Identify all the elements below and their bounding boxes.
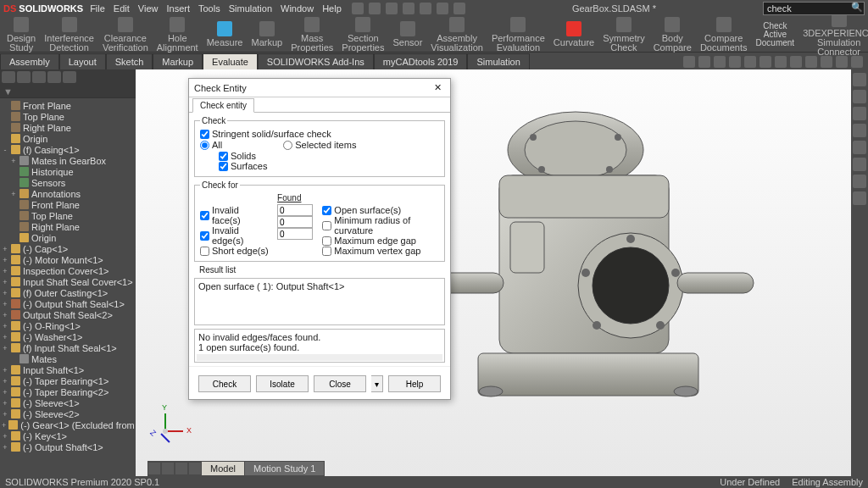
ribbon-section[interactable]: SectionProperties [338, 17, 387, 53]
options-icon[interactable] [453, 3, 465, 14]
tree-node[interactable]: +(-) Output Shaft Seal<1> [0, 298, 136, 309]
hut-icon-10[interactable] [836, 56, 848, 68]
search-input[interactable] [763, 2, 865, 15]
open-surfaces-checkbox[interactable]: Open surface(s) [322, 205, 439, 215]
fm-filter[interactable]: ▼ [0, 85, 136, 98]
hut-icon-11[interactable] [851, 56, 863, 68]
check-button[interactable]: Check [198, 375, 251, 392]
model-tab-motion-study-1[interactable]: Motion Study 1 [245, 462, 325, 475]
tab-sketch[interactable]: Sketch [106, 53, 153, 69]
tree-node[interactable]: +(-) Motor Mount<1> [0, 254, 136, 265]
tree-node[interactable]: +(-) Sleeve<2> [0, 408, 136, 419]
expand-icon[interactable]: + [2, 366, 8, 374]
tree-node[interactable]: +(-) Washer<1> [0, 331, 136, 342]
tree-node[interactable]: Right Plane [0, 221, 136, 232]
expand-icon[interactable]: + [2, 410, 8, 419]
hut-icon-8[interactable] [805, 56, 817, 68]
hut-icon-1[interactable] [698, 56, 710, 68]
undo-icon[interactable] [420, 3, 431, 14]
hut-icon-2[interactable] [714, 56, 726, 68]
tree-node[interactable]: Sensors [0, 177, 136, 188]
tree-node[interactable]: +Mates in GearBox [0, 155, 136, 166]
help-button[interactable]: Help [388, 375, 441, 392]
close-icon[interactable]: ✕ [431, 82, 445, 93]
tab-simulation[interactable]: Simulation [467, 53, 529, 69]
expand-icon[interactable]: + [2, 443, 8, 452]
tree-node[interactable]: Front Plane [0, 199, 136, 210]
ribbon-interference[interactable]: InterferenceDetection [41, 17, 97, 53]
fm-tab-property-icon[interactable] [17, 71, 31, 83]
expand-icon[interactable]: - [2, 146, 8, 154]
tree-node[interactable]: +Annotations [0, 188, 136, 199]
expand-icon[interactable]: + [2, 377, 8, 385]
tab-layout[interactable]: Layout [59, 53, 106, 69]
ribbon-symmetry[interactable]: SymmetryCheck [599, 17, 648, 53]
expand-icon[interactable]: + [10, 190, 17, 198]
tree-node[interactable]: +(-) Gear<1> (Excluded from BOM [0, 419, 136, 430]
ribbon-design-study[interactable]: Design Study [3, 17, 39, 53]
mt-prev-icon[interactable] [162, 463, 174, 474]
expand-icon[interactable]: + [2, 267, 8, 275]
hut-icon-5[interactable] [760, 56, 771, 68]
expand-icon[interactable]: + [10, 157, 17, 165]
tree-node[interactable]: +(-) Cap<1> [0, 243, 136, 254]
expand-icon[interactable]: + [2, 278, 8, 286]
tp-resources-icon[interactable] [853, 90, 866, 103]
redo-icon[interactable] [437, 3, 448, 14]
fm-tab-display-icon[interactable] [47, 71, 61, 83]
tp-home-icon[interactable] [853, 73, 866, 86]
hut-icon-3[interactable] [729, 56, 741, 68]
dialog-titlebar[interactable]: Check Entity ✕ [189, 79, 450, 97]
ribbon-compare[interactable]: CompareDocuments [697, 17, 751, 53]
ribbon-performance[interactable]: PerformanceEvaluation [488, 17, 548, 53]
invalid-edges-checkbox[interactable]: Invalid edge(s) [200, 225, 269, 246]
ribbon-curvature[interactable]: Curvature [550, 21, 598, 47]
hut-icon-7[interactable] [790, 56, 802, 68]
tree-node[interactable]: +(f) Outer Casting<1> [0, 287, 136, 298]
tree-node[interactable]: +(-) O-Ring<1> [0, 320, 136, 331]
new-icon[interactable] [352, 3, 364, 14]
ribbon-measure[interactable]: Measure [203, 21, 247, 47]
tree-node[interactable]: -(f) Casing<1> [0, 144, 136, 155]
hut-icon-9[interactable] [821, 56, 832, 68]
tree-node[interactable]: Origin [0, 232, 136, 243]
expand-icon[interactable]: + [2, 432, 8, 441]
mt-last-icon[interactable] [189, 463, 201, 474]
menu-edit[interactable]: Edit [114, 3, 130, 14]
expand-icon[interactable]: + [2, 289, 8, 297]
save-icon[interactable] [386, 3, 398, 14]
fm-tab-config-icon[interactable] [32, 71, 46, 83]
menu-simulation[interactable]: Simulation [229, 3, 272, 14]
result-list[interactable]: Open surface ( 1): Output Shaft<1> [194, 278, 445, 325]
tree-node[interactable]: +(-) Output Shaft<1> [0, 441, 136, 452]
ribbon-assembly[interactable]: AssemblyVisualization [427, 17, 487, 53]
max-edge-gap-checkbox[interactable]: Maximum edge gap [322, 236, 439, 246]
tree-node[interactable]: +(-) Taper Bearing<1> [0, 375, 136, 386]
tree-node[interactable]: +(-) Sleeve<1> [0, 397, 136, 408]
tab-markup[interactable]: Markup [153, 53, 203, 69]
solids-checkbox[interactable]: Solids [219, 151, 439, 161]
mt-first-icon[interactable] [148, 463, 160, 474]
tp-explorer-icon[interactable] [853, 124, 866, 137]
tp-appearance-icon[interactable] [853, 158, 866, 171]
tab-assembly[interactable]: Assembly [0, 53, 59, 69]
ribbon-check-active-document[interactable]: Check Active Document [753, 22, 798, 47]
close-button[interactable]: Close [314, 375, 366, 392]
tab-mycadtools-2019[interactable]: myCADtools 2019 [374, 53, 468, 69]
tree-node[interactable]: +Inspection Cover<1> [0, 265, 136, 276]
expand-icon[interactable]: + [2, 344, 8, 352]
tp-custom-icon[interactable] [853, 175, 866, 188]
expand-icon[interactable]: + [2, 333, 8, 341]
tree-node[interactable]: +(f) Input Shaft Seal<1> [0, 342, 136, 353]
open-icon[interactable] [369, 3, 381, 14]
min-radius-checkbox[interactable]: Minimum radius of curvature [322, 215, 439, 236]
tree-node[interactable]: +(-) Taper Bearing<2> [0, 386, 136, 397]
tree-node[interactable]: +Input Shaft<1> [0, 364, 136, 375]
msg-scrollbar[interactable] [197, 354, 442, 361]
ribbon-body[interactable]: BodyCompare [650, 17, 695, 53]
tp-forum-icon[interactable] [853, 191, 866, 205]
surfaces-checkbox[interactable]: Surfaces [219, 161, 439, 171]
expand-icon[interactable]: + [2, 245, 8, 253]
menu-window[interactable]: Window [281, 3, 314, 14]
ribbon-mass[interactable]: MassProperties [287, 17, 337, 53]
